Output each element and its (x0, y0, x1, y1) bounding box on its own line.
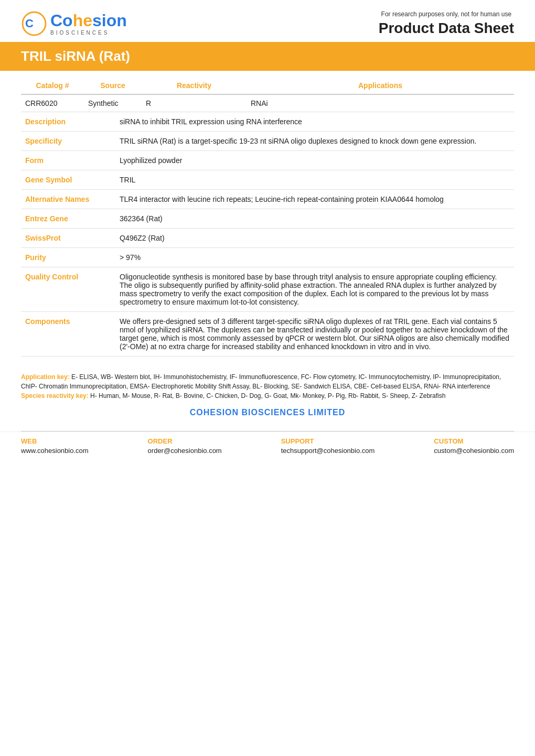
detail-value: TLR4 interactor with leucine rich repeat… (115, 190, 514, 209)
detail-value: Oligonucleotide synthesis is monitored b… (115, 267, 514, 312)
col-header-reactivity: Reactivity (142, 76, 247, 94)
detail-label: Purity (21, 248, 115, 267)
detail-label: Description (21, 112, 115, 132)
footer-notes: Application key: E- ELISA, WB- Western b… (0, 367, 535, 403)
logo: C Cohesion BIOSCIENCES (21, 10, 127, 37)
contact-col: SUPPORTtechsupport@cohesionbio.com (281, 437, 375, 455)
product-info-table: Catalog # Source Reactivity Applications… (21, 76, 514, 112)
source-value: Synthetic (84, 94, 142, 112)
svg-text:C: C (25, 17, 34, 30)
detail-row: DescriptionsiRNA to inhibit TRIL express… (21, 112, 514, 132)
detail-value: siRNA to inhibit TRIL expression using R… (115, 112, 514, 132)
contact-label: ORDER (148, 437, 173, 445)
col-header-source: Source (84, 76, 142, 94)
applications-value: RNAi (247, 94, 514, 112)
detail-row: SpecificityTRIL siRNA (Rat) is a target-… (21, 132, 514, 151)
detail-label: Specificity (21, 132, 115, 151)
contact-label: CUSTOM (434, 437, 463, 445)
detail-label: Quality Control (21, 267, 115, 312)
company-name: COHESION BIOSCIENCES LIMITED (21, 408, 514, 417)
detail-table: DescriptionsiRNA to inhibit TRIL express… (21, 112, 514, 357)
reactivity-value: R (142, 94, 247, 112)
sheet-title: Product Data Sheet (379, 20, 514, 37)
detail-label: Form (21, 151, 115, 170)
detail-label: SwissProt (21, 229, 115, 248)
detail-row: Quality ControlOligonucleotide synthesis… (21, 267, 514, 312)
detail-value: Q496Z2 (Rat) (115, 229, 514, 248)
catalog-value: CRR6020 (21, 94, 84, 112)
detail-value: 362364 (Rat) (115, 209, 514, 229)
contact-col: WEBwww.cohesionbio.com (21, 437, 89, 455)
detail-row: FormLyophilized powder (21, 151, 514, 170)
contact-value: www.cohesionbio.com (21, 447, 89, 455)
main-content: Catalog # Source Reactivity Applications… (0, 76, 535, 367)
species-key-value: H- Human, M- Mouse, R- Rat, B- Bovine, C… (90, 392, 445, 399)
detail-label: Alternative Names (21, 190, 115, 209)
detail-row: Entrez Gene362364 (Rat) (21, 209, 514, 229)
species-key-label: Species reactivity key: (21, 392, 89, 399)
contact-value: custom@cohesionbio.com (434, 447, 514, 455)
product-title-bar: TRIL siRNA (Rat) (0, 42, 535, 71)
detail-row: SwissProtQ496Z2 (Rat) (21, 229, 514, 248)
contact-col: CUSTOMcustom@cohesionbio.com (434, 437, 514, 455)
logo-subtitle: BIOSCIENCES (50, 30, 127, 36)
company-footer: COHESION BIOSCIENCES LIMITED (0, 403, 535, 431)
detail-value: TRIL (115, 170, 514, 190)
contact-label: SUPPORT (281, 437, 314, 445)
research-note: For research purposes only, not for huma… (379, 10, 514, 18)
logo-icon: C (21, 10, 47, 37)
detail-row: ComponentsWe offers pre-designed sets of… (21, 312, 514, 357)
detail-row: Purity> 97% (21, 248, 514, 267)
detail-label: Entrez Gene (21, 209, 115, 229)
app-key-value: E- ELISA, WB- Western blot, IH- Immunohi… (21, 373, 501, 390)
app-key-label: Application key: (21, 373, 70, 381)
page-header: C Cohesion BIOSCIENCES For research purp… (0, 0, 535, 42)
detail-value: Lyophilized powder (115, 151, 514, 170)
col-header-catalog: Catalog # (21, 76, 84, 94)
detail-value: We offers pre-designed sets of 3 differe… (115, 312, 514, 357)
detail-value: > 97% (115, 248, 514, 267)
detail-row: Alternative NamesTLR4 interactor with le… (21, 190, 514, 209)
detail-label: Gene Symbol (21, 170, 115, 190)
contact-value: order@cohesionbio.com (148, 447, 222, 455)
contact-label: WEB (21, 437, 37, 445)
contact-value: techsupport@cohesionbio.com (281, 447, 375, 455)
detail-label: Components (21, 312, 115, 357)
col-header-applications: Applications (247, 76, 514, 94)
contact-col: ORDERorder@cohesionbio.com (148, 437, 222, 455)
contact-row: WEBwww.cohesionbio.comORDERorder@cohesio… (0, 431, 535, 455)
detail-row: Gene SymbolTRIL (21, 170, 514, 190)
product-title: TRIL siRNA (Rat) (21, 48, 514, 64)
header-right: For research purposes only, not for huma… (379, 10, 514, 37)
detail-value: TRIL siRNA (Rat) is a target-specific 19… (115, 132, 514, 151)
